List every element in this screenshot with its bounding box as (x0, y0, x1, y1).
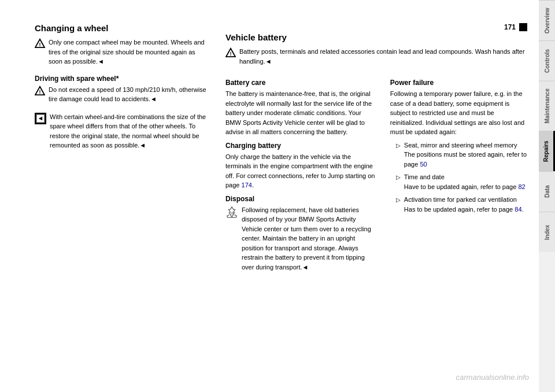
arrow-icon-3: ▷ (396, 195, 402, 204)
pf-item-2-label: Time and date (404, 173, 445, 180)
charging-battery-text: Only charge the battery in the vehicle v… (225, 152, 376, 190)
warning-triangle-icon-2: ! (35, 86, 45, 96)
right-section-title: Vehicle battery (225, 32, 527, 42)
tab-repairs[interactable]: Repairs (539, 131, 555, 171)
battery-care-text: The battery is maintenance-free, that is… (225, 89, 376, 137)
driving-spare-note: With certain wheel-and-tire combinations… (50, 112, 208, 150)
disposal-title: Disposal (225, 195, 376, 203)
tab-index[interactable]: Index (539, 212, 555, 252)
pf-item-3-label: Activation time for parked car ventilati… (404, 196, 517, 203)
right-column: 171 Vehicle battery ! Battery posts, ter… (225, 23, 527, 380)
battery-care-title: Battery care (225, 79, 376, 87)
pf-item-2-text: Time and date Have to be updated again, … (404, 172, 526, 191)
arrow-icon-1: ▷ (396, 141, 402, 150)
pf-item-1-link[interactable]: 50 (420, 161, 427, 168)
left-section-title: Changing a wheel (35, 23, 208, 33)
svg-marker-5 (39, 116, 42, 120)
tab-overview-label: Overview (544, 8, 550, 33)
pf-item-3-punct: . (522, 206, 524, 213)
tab-controls[interactable]: Controls (539, 40, 555, 81)
battery-details: Battery care The battery is maintenance-… (225, 74, 376, 279)
page-number-box (519, 23, 527, 31)
two-column-layout: Changing a wheel ! Only one compact whee… (35, 23, 527, 380)
tab-data-label: Data (544, 185, 550, 198)
warning-triangle-icon-battery: ! (225, 47, 236, 58)
main-content: Changing a wheel ! Only one compact whee… (0, 0, 539, 392)
pf-item-2-detail: Have to be updated again, refer to page (404, 183, 519, 190)
page-number-area: 171 (225, 23, 527, 31)
recycling-block: ♻ Following replacement, have old batter… (225, 205, 376, 276)
tab-controls-label: Controls (544, 49, 550, 73)
power-failure-list: ▷ Seat, mirror and steering wheel memory… (396, 140, 527, 215)
tab-repairs-label: Repairs (543, 140, 549, 162)
page-number: 171 (504, 23, 527, 31)
charging-link[interactable]: 174 (242, 182, 252, 188)
warning-block-1: ! Only one compact wheel may be mounted.… (35, 38, 208, 70)
driving-spare-title: Driving with spare wheel* (35, 75, 208, 83)
svg-text:!: ! (39, 42, 41, 47)
warning-block-battery: ! Battery posts, terminals and related a… (225, 47, 527, 69)
tab-data[interactable]: Data (539, 171, 555, 212)
power-failure-item-2: ▷ Time and date Have to be updated again… (396, 172, 527, 191)
arrow-icon-2: ▷ (396, 173, 402, 182)
warning-text-1: Only one compact wheel may be mounted. W… (49, 38, 208, 66)
pf-item-1-text: Seat, mirror and steering wheel memory T… (404, 140, 527, 169)
page-number-text: 171 (504, 23, 516, 31)
warning-block-2: ! Do not exceed a speed of 130 mph/210 k… (35, 85, 208, 108)
recycling-icon: ♻ (225, 206, 238, 219)
power-failure-item-1: ▷ Seat, mirror and steering wheel memory… (396, 140, 527, 169)
note-arrow-icon (35, 113, 46, 124)
power-failure-intro: Following a temporary power failure, e.g… (390, 89, 527, 137)
sidebar-tabs: Overview Controls Maintenance Repairs Da… (539, 0, 555, 392)
tab-maintenance[interactable]: Maintenance (539, 81, 555, 131)
pf-item-2-link[interactable]: 82 (518, 183, 525, 190)
power-failure-item-3: ▷ Activation time for parked car ventila… (396, 195, 527, 214)
svg-text:!: ! (230, 51, 232, 57)
battery-warning-text: Battery posts, terminals and related acc… (239, 47, 527, 66)
tab-index-label: Index (544, 224, 550, 239)
driving-spare-warning: Do not exceed a speed of 130 mph/210 km/… (49, 85, 208, 104)
power-failure-title: Power failure (390, 79, 527, 87)
power-failure-section: Power failure Following a temporary powe… (390, 74, 527, 279)
pf-item-3-text: Activation time for parked car ventilati… (404, 195, 524, 214)
pf-item-3-detail: Has to be updated again, refer to page (404, 206, 515, 213)
battery-power-split: Battery care The battery is maintenance-… (225, 74, 527, 279)
pf-item-3-link[interactable]: 84 (515, 206, 521, 213)
tab-maintenance-label: Maintenance (544, 88, 550, 124)
charging-text-part2: . (252, 182, 254, 188)
svg-text:!: ! (39, 89, 41, 95)
watermark: carmanualsonline.info (456, 373, 529, 382)
disposal-text: Following replacement, have old batterie… (242, 205, 376, 272)
tab-overview[interactable]: Overview (539, 0, 555, 40)
pf-item-1-label: Seat, mirror and steering wheel memory (404, 142, 517, 149)
warning-triangle-icon-1: ! (35, 38, 45, 49)
charging-battery-title: Charging battery (225, 142, 376, 150)
page-container: Changing a wheel ! Only one compact whee… (0, 0, 555, 392)
left-column: Changing a wheel ! Only one compact whee… (35, 23, 208, 380)
svg-text:♻: ♻ (231, 210, 234, 215)
note-block-1: With certain wheel-and-tire combinations… (35, 112, 208, 154)
